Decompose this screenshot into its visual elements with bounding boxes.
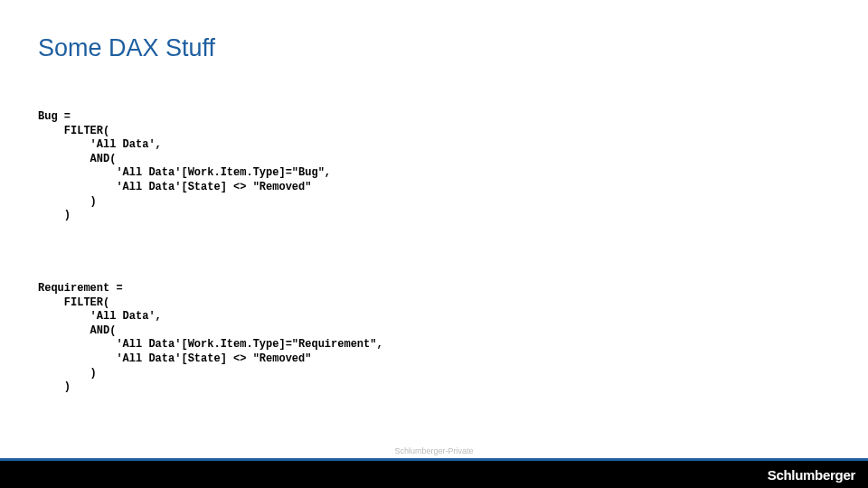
footer-logo: Schlumberger bbox=[768, 467, 855, 483]
slide-title: Some DAX Stuff bbox=[38, 34, 215, 62]
dax-code-requirement: Requirement = FILTER( 'All Data', AND( '… bbox=[38, 282, 383, 395]
slide: Some DAX Stuff Bug = FILTER( 'All Data',… bbox=[0, 0, 868, 488]
footer-caption: Schlumberger-Private bbox=[394, 446, 473, 455]
footer-bar: Schlumberger bbox=[0, 461, 868, 488]
dax-code-bug: Bug = FILTER( 'All Data', AND( 'All Data… bbox=[38, 110, 331, 223]
